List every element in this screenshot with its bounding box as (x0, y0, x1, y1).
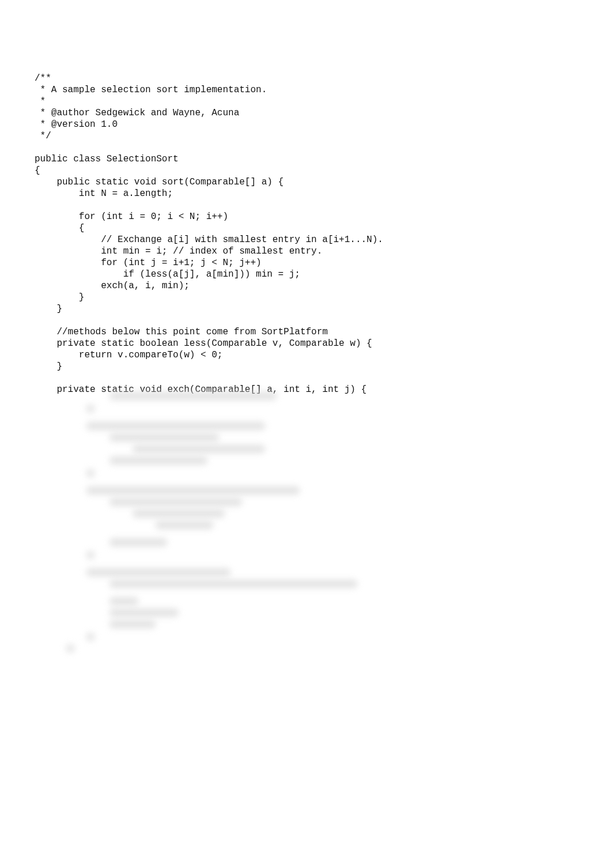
code-block: /** * A sample selection sort implementa… (35, 73, 383, 395)
code-page: /** * A sample selection sort implementa… (0, 0, 612, 868)
